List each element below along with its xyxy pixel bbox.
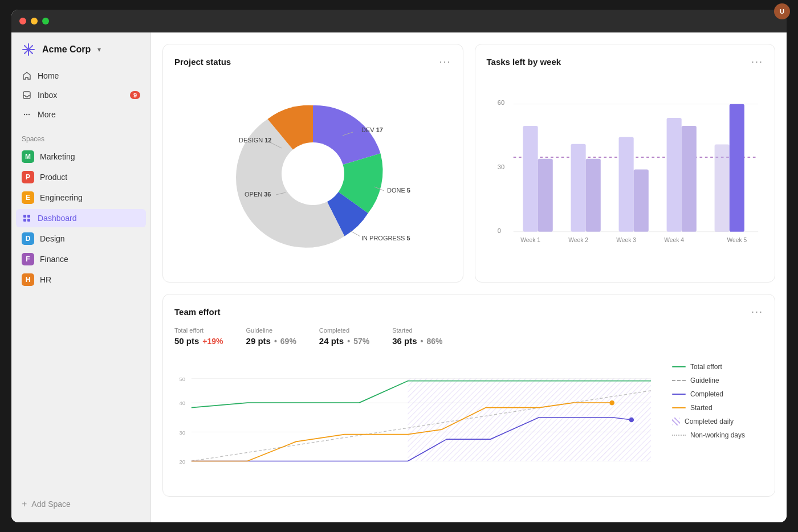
legend-item-completed: Completed [672,390,763,398]
team-effort-more-button[interactable]: ··· [751,306,763,318]
svg-text:Week 5: Week 5 [727,237,747,243]
svg-rect-39 [729,104,744,232]
tasks-left-card: Tasks left by week ··· 60 30 0 [475,44,776,283]
inbox-icon [22,90,32,100]
sidebar-item-design[interactable]: D Design [16,228,146,249]
org-logo [21,42,36,58]
metric-guideline-change: • [274,337,277,346]
nav-menu: Home Inbox 9 More [11,62,150,128]
hr-space-icon: H [22,273,34,286]
close-button[interactable] [19,18,26,24]
legend-dash-guideline [672,380,686,381]
metric-started-value: 36 pts • 86% [392,336,442,346]
sidebar-item-hr-label: HR [40,275,51,284]
inbox-badge: 9 [130,91,140,99]
metric-started: Started 36 pts • 86% [392,327,442,346]
svg-text:DEV 17: DEV 17 [361,126,383,133]
svg-rect-30 [523,126,538,232]
metric-guideline-label: Guideline [246,327,296,334]
home-icon [22,71,32,81]
svg-rect-33 [585,159,600,232]
marketing-space-icon: M [22,150,34,163]
svg-rect-10 [27,215,30,218]
legend-item-nonworking: Non-working days [672,431,763,439]
legend-line-completed [672,394,686,395]
project-status-title: Project status [174,57,231,67]
svg-text:60: 60 [497,99,504,106]
tasks-left-title: Tasks left by week [487,57,561,67]
svg-text:20: 20 [180,459,185,465]
design-space-icon: D [22,232,34,245]
svg-rect-31 [538,159,552,232]
legend-item-completed-daily: Completed daily [672,418,763,425]
more-icon [22,109,32,120]
metric-guideline: Guideline 29 pts • 69% [246,327,296,346]
svg-rect-9 [23,215,26,218]
legend-line-total [672,366,686,367]
sidebar-item-home[interactable]: Home [16,67,146,85]
team-effort-title: Team effort [174,307,221,317]
tasks-left-more-button[interactable]: ··· [751,56,763,68]
metric-total-effort-change: +19% [202,337,223,346]
titlebar: U [11,10,787,32]
chevron-down-icon: ▾ [97,46,101,54]
sidebar-item-finance[interactable]: F Finance [16,249,146,269]
legend-hatch-completed-daily [672,418,680,425]
legend-line-started [672,407,686,408]
maximize-button[interactable] [42,18,49,24]
sidebar-item-inbox[interactable]: Inbox 9 [16,86,146,104]
svg-point-8 [28,114,30,115]
line-chart-area: 50 40 30 20 [174,357,661,485]
svg-point-57 [609,400,614,406]
legend-dots-nonworking [672,435,686,436]
avatar[interactable]: U [774,10,787,19]
org-header[interactable]: Acme Corp ▾ [11,32,150,62]
metric-completed-change: • [347,337,350,346]
sidebar-item-product-label: Product [40,173,67,182]
sidebar-item-hr[interactable]: H HR [16,269,146,290]
svg-rect-37 [681,126,696,232]
sidebar-item-finance-label: Finance [40,255,68,264]
sidebar-item-engineering-label: Engineering [40,193,83,202]
team-effort-header: Team effort ··· [174,306,763,318]
svg-point-13 [282,142,344,205]
org-name: Acme Corp [42,44,91,55]
sidebar-item-more-label: More [38,110,56,119]
svg-text:Week 2: Week 2 [568,237,588,243]
svg-line-19 [350,231,360,236]
metric-total-effort-label: Total effort [174,327,223,334]
sidebar-item-engineering[interactable]: E Engineering [16,187,146,208]
svg-text:Week 1: Week 1 [520,237,540,243]
svg-rect-12 [27,219,30,222]
metric-total-effort: Total effort 50 pts +19% [174,327,223,346]
legend-item-total-effort: Total effort [672,363,763,371]
sidebar-item-marketing[interactable]: M Marketing [16,146,146,167]
svg-text:Week 3: Week 3 [616,237,636,243]
svg-point-6 [24,114,25,115]
project-status-header: Project status ··· [174,56,451,68]
metric-completed-label: Completed [319,327,369,334]
svg-rect-5 [23,92,30,99]
metric-completed: Completed 24 pts • 57% [319,327,369,346]
add-space-button[interactable]: + Add Space [11,495,150,513]
svg-text:40: 40 [180,400,185,406]
svg-rect-34 [618,137,633,232]
sidebar-item-home-label: Home [38,71,59,80]
project-status-card: Project status ··· [162,44,463,283]
dashboard-icon [22,213,32,223]
app-window: U Acme Corp ▾ [11,10,787,522]
line-chart-wrapper: 50 40 30 20 [174,357,763,485]
project-status-chart: DEV 17 DONE 5 IN PROGRESS 5 [174,77,451,271]
finance-space-icon: F [22,253,34,265]
tasks-left-header: Tasks left by week ··· [487,56,764,68]
legend-item-started: Started [672,404,763,412]
minimize-button[interactable] [31,18,38,24]
team-effort-card: Team effort ··· Total effort 50 pts +19%… [162,294,775,497]
sidebar-item-inbox-label: Inbox [38,91,57,100]
sidebar-item-product[interactable]: P Product [16,167,146,187]
svg-text:DONE 5: DONE 5 [387,187,410,194]
svg-rect-11 [23,219,26,222]
sidebar-item-dashboard[interactable]: Dashboard [16,209,146,227]
sidebar-item-more[interactable]: More [16,105,146,124]
project-status-more-button[interactable]: ··· [439,56,451,68]
